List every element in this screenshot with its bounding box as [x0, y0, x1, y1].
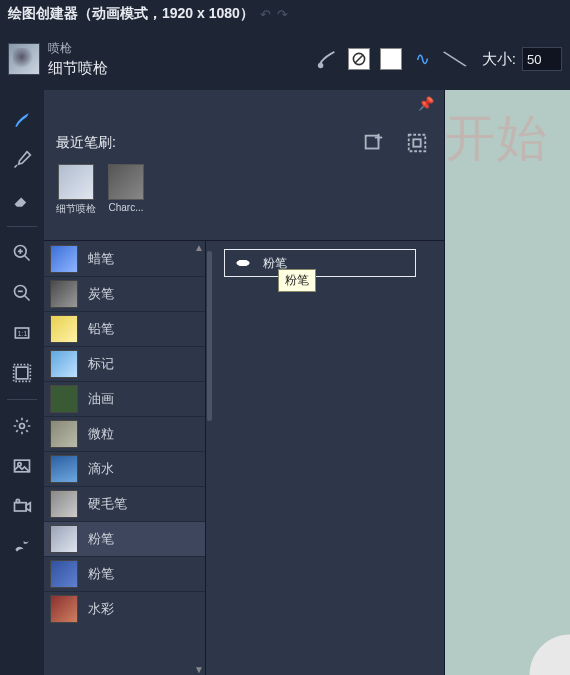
category-thumb [50, 280, 78, 308]
recent-brush-item[interactable]: Charc... [106, 164, 146, 216]
brush-type-label: 喷枪 [48, 40, 108, 57]
svg-line-4 [25, 256, 30, 261]
size-input[interactable] [522, 47, 562, 71]
recent-items: 细节喷枪 Charc... [56, 164, 432, 216]
category-item[interactable]: 硬毛笔 [44, 486, 205, 521]
category-label: 粉笔 [88, 530, 114, 548]
category-item[interactable]: 油画 [44, 381, 205, 416]
category-thumb [50, 350, 78, 378]
category-thumb [50, 525, 78, 553]
svg-line-2 [355, 55, 363, 63]
brush-subpane: 粉笔 粉笔 [206, 241, 444, 675]
brush-preview-thumb[interactable] [8, 43, 40, 75]
category-label: 滴水 [88, 460, 114, 478]
category-item[interactable]: 滴水 [44, 451, 205, 486]
category-label: 铅笔 [88, 320, 114, 338]
category-item[interactable]: 粉笔 [44, 556, 205, 591]
size-control: 大小: [482, 47, 562, 71]
category-item[interactable]: 标记 [44, 346, 205, 381]
scroll-up-icon[interactable]: ▲ [194, 242, 204, 252]
category-list[interactable]: ▲ 蜡笔炭笔铅笔标记油画微粒滴水硬毛笔粉笔粉笔水彩 ▼ [44, 241, 206, 675]
curve-tool-icon[interactable]: ∿ [412, 48, 434, 70]
no-texture-swatch[interactable] [348, 48, 370, 70]
category-item[interactable]: 铅笔 [44, 311, 205, 346]
recent-label: 最近笔刷: [56, 134, 116, 152]
settings-icon[interactable] [4, 408, 40, 444]
recent-name: 细节喷枪 [56, 202, 96, 216]
brush-name-label: 细节喷枪 [48, 59, 108, 78]
camera-icon[interactable] [4, 488, 40, 524]
category-thumb [50, 595, 78, 623]
canvas-watermark: 开始 [445, 105, 549, 172]
category-thumb [50, 420, 78, 448]
recent-brush-item[interactable]: 细节喷枪 [56, 164, 96, 216]
category-thumb [50, 245, 78, 273]
panel-recent-section: 📌 最近笔刷: 细节喷枪 Charc... [44, 90, 444, 240]
svg-rect-12 [16, 367, 28, 379]
zoom-out-icon[interactable] [4, 275, 40, 311]
pin-icon[interactable]: 📌 [418, 96, 434, 111]
new-brush-icon[interactable] [362, 132, 384, 154]
category-label: 微粒 [88, 425, 114, 443]
image-icon[interactable] [4, 448, 40, 484]
page-curl [500, 605, 570, 675]
title-bar: 绘图创建器（动画模式，1920 x 1080） ↶ ↷ [0, 0, 570, 28]
category-label: 油画 [88, 390, 114, 408]
line-tool-icon[interactable]: ╲ [440, 44, 470, 74]
header-tool-icons: ∿ ╲ [316, 48, 466, 70]
left-tool-column: 1:1 [0, 90, 44, 675]
eyedropper-tool-icon[interactable] [4, 142, 40, 178]
svg-rect-22 [409, 135, 426, 152]
color-swatch[interactable] [380, 48, 402, 70]
svg-text:1:1: 1:1 [18, 330, 28, 337]
recent-name: Charc... [108, 202, 143, 213]
category-item[interactable]: 水彩 [44, 591, 205, 626]
brush-settings-icon[interactable] [316, 48, 338, 70]
category-item[interactable]: 微粒 [44, 416, 205, 451]
brush-library-icon[interactable] [406, 132, 428, 154]
brush-panel: 📌 最近笔刷: 细节喷枪 Charc... [44, 90, 445, 675]
svg-point-18 [16, 499, 19, 502]
recent-thumb [58, 164, 94, 200]
tooltip: 粉笔 [278, 269, 316, 292]
svg-point-14 [20, 424, 25, 429]
brush-name-group: 喷枪 细节喷枪 [48, 40, 108, 78]
undo-icon[interactable]: ↶ [260, 7, 271, 22]
brush-tool-icon[interactable] [4, 102, 40, 138]
category-label: 水彩 [88, 600, 114, 618]
category-thumb [50, 490, 78, 518]
brush-stroke-preview [231, 256, 255, 270]
category-label: 蜡笔 [88, 250, 114, 268]
effects-icon[interactable] [4, 528, 40, 564]
brush-variant-item[interactable]: 粉笔 [224, 249, 416, 277]
svg-rect-17 [15, 503, 27, 511]
toolbar-header: 喷枪 细节喷枪 ∿ ╲ 大小: [0, 28, 570, 90]
recent-thumb [108, 164, 144, 200]
size-label: 大小: [482, 50, 516, 69]
category-thumb [50, 315, 78, 343]
fit-screen-icon[interactable] [4, 355, 40, 391]
sub-scrollbar[interactable] [206, 241, 214, 675]
category-item[interactable]: 蜡笔 [44, 241, 205, 276]
category-label: 标记 [88, 355, 114, 373]
category-thumb [50, 455, 78, 483]
svg-rect-23 [413, 139, 420, 146]
svg-point-0 [319, 64, 323, 68]
redo-icon[interactable]: ↷ [277, 7, 288, 22]
zoom-in-icon[interactable] [4, 235, 40, 271]
actual-size-icon[interactable]: 1:1 [4, 315, 40, 351]
category-thumb [50, 560, 78, 588]
category-label: 粉笔 [88, 565, 114, 583]
panel-lower: ▲ 蜡笔炭笔铅笔标记油画微粒滴水硬毛笔粉笔粉笔水彩 ▼ 粉笔 粉笔 [44, 240, 444, 675]
category-label: 硬毛笔 [88, 495, 127, 513]
category-thumb [50, 385, 78, 413]
category-item[interactable]: 炭笔 [44, 276, 205, 311]
svg-line-8 [25, 296, 30, 301]
canvas-area[interactable]: 开始 [445, 90, 570, 675]
scroll-down-icon[interactable]: ▼ [194, 664, 204, 674]
category-item[interactable]: 粉笔 [44, 521, 205, 556]
window-title: 绘图创建器（动画模式，1920 x 1080） [8, 5, 254, 23]
eraser-tool-icon[interactable] [4, 182, 40, 218]
category-label: 炭笔 [88, 285, 114, 303]
